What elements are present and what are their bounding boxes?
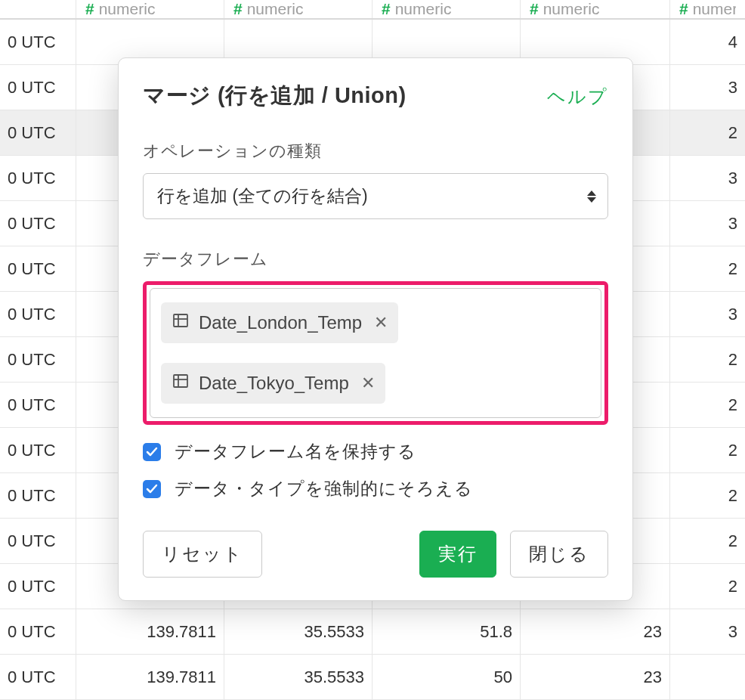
- col-header[interactable]: #numeric: [520, 0, 669, 18]
- table-cell: 2: [669, 428, 745, 472]
- dataframe-chip[interactable]: Date_London_Temp✕: [161, 302, 398, 343]
- table-cell: 23: [520, 655, 669, 699]
- table-cell: 2: [669, 110, 745, 155]
- table-cell: 50: [372, 655, 520, 699]
- keep-name-label: データフレーム名を保持する: [175, 440, 416, 463]
- table-cell: 0 UTC: [0, 337, 76, 382]
- force-type-checkbox[interactable]: [143, 480, 161, 498]
- close-button[interactable]: 閉じる: [510, 531, 608, 578]
- table-cell: 0 UTC: [0, 519, 76, 563]
- table-icon: [172, 372, 190, 395]
- dataframe-chip-label: Date_Tokyo_Temp: [199, 373, 349, 394]
- hash-icon: #: [382, 0, 391, 18]
- col-header[interactable]: #numeric: [372, 0, 520, 18]
- hash-icon: #: [233, 0, 243, 18]
- table-cell: 2: [669, 564, 745, 609]
- table-cell: 0 UTC: [0, 564, 76, 609]
- table-cell: 0 UTC: [0, 201, 76, 246]
- table-cell: 0 UTC: [0, 110, 76, 155]
- table-row[interactable]: 0 UTC139.781135.553351.8233: [0, 609, 745, 655]
- table-cell: 0 UTC: [0, 609, 76, 654]
- reset-button[interactable]: リセット: [143, 531, 262, 578]
- dataframe-chip[interactable]: Date_Tokyo_Temp✕: [161, 363, 385, 404]
- hash-icon: #: [85, 0, 94, 18]
- table-cell: 51.8: [372, 609, 520, 654]
- dataframe-chip-label: Date_London_Temp: [199, 312, 362, 333]
- table-cell: 2: [669, 383, 745, 427]
- col-header[interactable]: #numeric: [669, 0, 745, 18]
- table-cell: 2: [669, 246, 745, 291]
- operation-select[interactable]: 行を追加 (全ての行を結合): [143, 173, 608, 219]
- hash-icon: #: [679, 0, 688, 18]
- hash-icon: #: [530, 0, 539, 18]
- run-button[interactable]: 実行: [419, 531, 496, 578]
- table-cell: 3: [669, 201, 745, 246]
- table-cell: 3: [669, 156, 745, 200]
- table-header-row: #numeric #numeric #numeric #numeric #num…: [0, 0, 745, 20]
- svg-rect-3: [174, 375, 187, 387]
- col-header: [0, 0, 76, 18]
- table-cell: 2: [669, 519, 745, 563]
- check-icon: [146, 483, 158, 495]
- select-arrows-icon: [587, 190, 596, 203]
- table-cell: 139.7811: [76, 609, 224, 654]
- table-cell: 0 UTC: [0, 65, 76, 110]
- table-cell: 0 UTC: [0, 20, 76, 64]
- table-cell: 2: [669, 473, 745, 518]
- force-type-label: データ・タイプを強制的にそろえる: [175, 477, 473, 500]
- table-cell: 0 UTC: [0, 292, 76, 336]
- col-header[interactable]: #numeric: [224, 0, 372, 18]
- operation-label: オペレーションの種類: [143, 140, 608, 163]
- table-cell: 0 UTC: [0, 156, 76, 200]
- table-cell: 35.5533: [224, 609, 372, 654]
- table-cell: 0 UTC: [0, 473, 76, 518]
- table-cell: 3: [669, 65, 745, 110]
- dataframe-highlight: Date_London_Temp✕Date_Tokyo_Temp✕: [143, 281, 608, 425]
- merge-dialog: マージ (行を追加 / Union) ヘルプ オペレーションの種類 行を追加 (…: [118, 57, 633, 601]
- table-cell: 23: [520, 609, 669, 654]
- table-cell: 0 UTC: [0, 655, 76, 699]
- table-cell: 0 UTC: [0, 246, 76, 291]
- svg-rect-0: [174, 314, 187, 327]
- dialog-title: マージ (行を追加 / Union): [143, 81, 407, 111]
- check-icon: [146, 446, 158, 458]
- help-link[interactable]: ヘルプ: [547, 85, 608, 109]
- table-cell: 4: [669, 20, 745, 64]
- table-cell: [669, 655, 745, 699]
- col-header[interactable]: #numeric: [76, 0, 224, 18]
- table-cell: 139.7811: [76, 655, 224, 699]
- dataframe-selector[interactable]: Date_London_Temp✕Date_Tokyo_Temp✕: [150, 288, 601, 418]
- table-cell: 0 UTC: [0, 428, 76, 472]
- table-cell: 3: [669, 292, 745, 336]
- table-cell: 0 UTC: [0, 383, 76, 427]
- keep-name-checkbox[interactable]: [143, 443, 161, 461]
- remove-chip-icon[interactable]: ✕: [371, 313, 388, 333]
- dataframe-label: データフレーム: [143, 248, 608, 271]
- table-row[interactable]: 0 UTC139.781135.55335023: [0, 655, 745, 700]
- remove-chip-icon[interactable]: ✕: [358, 373, 375, 393]
- table-cell: 3: [669, 609, 745, 654]
- table-cell: 2: [669, 337, 745, 382]
- table-cell: 35.5533: [224, 655, 372, 699]
- table-icon: [172, 311, 190, 334]
